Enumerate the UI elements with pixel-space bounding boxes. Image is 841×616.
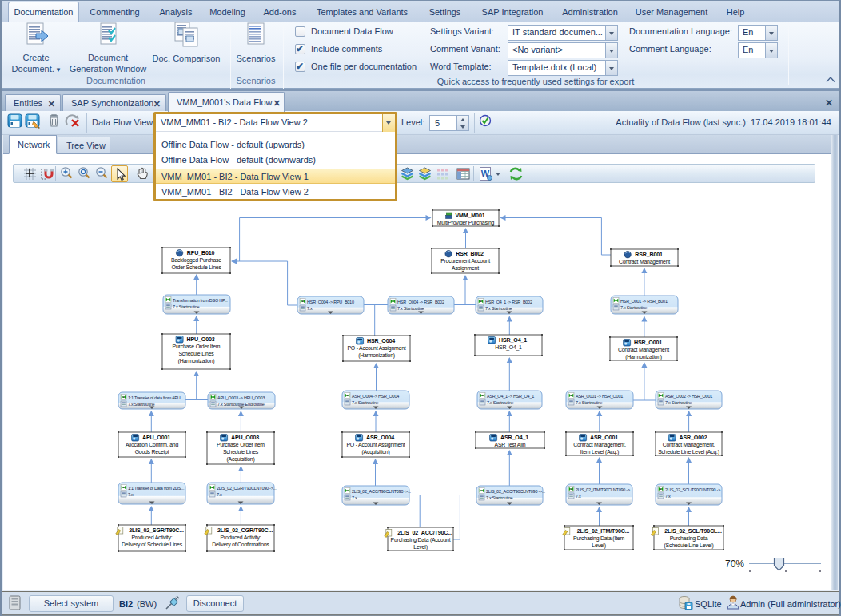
- svg-text:HSR_O001: HSR_O001: [634, 340, 662, 346]
- svg-text:Item Level (Acq.): Item Level (Acq.): [580, 449, 619, 455]
- svg-text:ASR_O002: ASR_O002: [679, 435, 707, 441]
- svg-text:7.x Startroutine: 7.x Startroutine: [665, 400, 692, 405]
- svg-text:2LIS_02_ITM/T90C...: 2LIS_02_ITM/T90C...: [577, 528, 630, 535]
- svg-text:HSR_O4_1: HSR_O4_1: [499, 337, 527, 344]
- svg-text:Level): Level): [413, 544, 427, 550]
- svg-text:HSR_O4_1: HSR_O4_1: [495, 344, 522, 351]
- svg-text:2LIS_02_SCL/T90CLNT090 ->...: 2LIS_02_SCL/T90CLNT090 ->...: [665, 487, 724, 492]
- svg-text:ASR_O002 -> HSR_O001: ASR_O002 -> HSR_O001: [665, 394, 712, 399]
- svg-text:(Harmonization): (Harmonization): [625, 354, 662, 360]
- svg-text:7.x: 7.x: [128, 492, 134, 497]
- svg-text:PO - Account Assignment: PO - Account Assignment: [347, 345, 405, 352]
- svg-text:1:1 Transfer of data from APU.: 1:1 Transfer of data from APU...: [128, 395, 184, 400]
- svg-text:2LIS_02_SCL/T90CL...: 2LIS_02_SCL/T90CL...: [664, 528, 722, 535]
- svg-text:2LIS_02_ACC/T90CLNT090 ->...: 2LIS_02_ACC/T90CLNT090 ->...: [352, 489, 412, 494]
- svg-text:VMM_M001: VMM_M001: [455, 213, 484, 219]
- svg-text:HSR_O004 -> RSR_B002: HSR_O004 -> RSR_B002: [397, 300, 444, 304]
- svg-text:Backlogged Purchase: Backlogged Purchase: [171, 257, 221, 264]
- svg-text:Schedule Lines: Schedule Lines: [178, 351, 214, 356]
- svg-text:2LIS_02_ITM/T90CLNT090 ->...: 2LIS_02_ITM/T90CLNT090 ->...: [576, 487, 633, 492]
- svg-text:APU_O001: APU_O001: [142, 435, 170, 441]
- svg-text:7.x: 7.x: [307, 306, 313, 311]
- svg-text:7.x: 7.x: [352, 495, 357, 500]
- svg-text:ASR_O001 -> HSR_O001: ASR_O001 -> HSR_O001: [576, 394, 623, 399]
- svg-text:HPU_O003: HPU_O003: [186, 336, 214, 343]
- svg-text:7.x Startroutine: 7.x Startroutine: [352, 400, 378, 405]
- svg-text:ASR Test Alin: ASR Test Alin: [495, 442, 526, 447]
- svg-text:(Acquisition): (Acquisition): [226, 456, 254, 463]
- svg-text:Purchasing Data (Account: Purchasing Data (Account: [391, 537, 451, 543]
- svg-text:7.x Startroutine: 7.x Startroutine: [620, 305, 647, 310]
- svg-text:RPU_B010: RPU_B010: [187, 250, 215, 256]
- svg-text:ASR_O4_1: ASR_O4_1: [500, 435, 528, 441]
- svg-text:2LIS_02_ACC/T90CLNT090 ->...: 2LIS_02_ACC/T90CLNT090 ->...: [486, 489, 546, 494]
- svg-text:7.x Startroutine Endroutine: 7.x Startroutine Endroutine: [217, 402, 265, 407]
- svg-text:ASR_O001: ASR_O001: [590, 435, 618, 441]
- svg-text:Order Schedule Lines: Order Schedule Lines: [171, 264, 221, 270]
- svg-text:Contract Management,: Contract Management,: [573, 442, 626, 448]
- svg-text:2LIS_02_ACC/T90C...: 2LIS_02_ACC/T90C...: [397, 530, 452, 536]
- svg-text:(Harmonization): (Harmonization): [358, 352, 395, 359]
- svg-text:Contract Management: Contract Management: [618, 347, 669, 353]
- svg-text:ASR_O004 -> HSR_O004: ASR_O004 -> HSR_O004: [352, 394, 399, 399]
- svg-text:Level): Level): [592, 542, 605, 549]
- svg-text:(Schedule Line Level): (Schedule Line Level): [664, 542, 713, 549]
- svg-text:7.x: 7.x: [217, 492, 222, 497]
- svg-text:Purchasing Data: Purchasing Data: [670, 535, 708, 542]
- svg-text:7.x Startroutine: 7.x Startroutine: [576, 400, 602, 405]
- svg-text:Produced Activity:: Produced Activity:: [221, 535, 261, 541]
- svg-text:Allocation Confirm. and: Allocation Confirm. and: [126, 442, 179, 447]
- svg-text:7.x Startroutine: 7.x Startroutine: [397, 306, 424, 311]
- svg-text:HSR_O004 -> RPU_B010: HSR_O004 -> RPU_B010: [307, 300, 354, 304]
- svg-text:Purchase Order Item: Purchase Order Item: [217, 442, 265, 447]
- svg-text:ASR_O004: ASR_O004: [366, 435, 394, 441]
- svg-text:7.x Startroutine: 7.x Startroutine: [486, 495, 512, 500]
- svg-text:Schedule Lines: Schedule Lines: [223, 449, 259, 455]
- svg-text:2LIS_02_CGR/T90C...: 2LIS_02_CGR/T90C...: [217, 527, 273, 534]
- svg-text:7.x: 7.x: [665, 494, 671, 499]
- svg-text:APU_O003 -> HPU_O003: APU_O003 -> HPU_O003: [217, 395, 265, 400]
- svg-text:HSR_O004: HSR_O004: [367, 338, 395, 344]
- svg-text:(Acquisition): (Acquisition): [361, 449, 389, 455]
- svg-text:Delivery of Schedule Lines: Delivery of Schedule Lines: [122, 542, 183, 548]
- svg-text:7.x: 7.x: [576, 494, 581, 499]
- svg-text:7.x Startroutine: 7.x Startroutine: [487, 400, 513, 405]
- svg-text:7.x Startroutine: 7.x Startroutine: [485, 306, 512, 311]
- svg-text:Purchase Order Item: Purchase Order Item: [173, 344, 221, 349]
- svg-text:7.x Startroutine: 7.x Startroutine: [128, 402, 154, 407]
- svg-text:MultiProvider Purchasing: MultiProvider Purchasing: [437, 220, 495, 226]
- svg-text:Purchasing Data (Item: Purchasing Data (Item: [573, 535, 624, 542]
- svg-text:Assignment: Assignment: [452, 265, 479, 272]
- svg-text:Contract Management: Contract Management: [619, 259, 670, 265]
- svg-text:HSR_O4_1 -> RSR_B002: HSR_O4_1 -> RSR_B002: [485, 300, 532, 304]
- svg-text:ASR_O4_1 -> HSR_O4_1: ASR_O4_1 -> HSR_O4_1: [487, 394, 534, 399]
- svg-text:7.x Startroutine: 7.x Startroutine: [173, 304, 199, 309]
- svg-text:(Harmonization): (Harmonization): [178, 358, 215, 364]
- svg-text:PO - Account Assignment: PO - Account Assignment: [346, 442, 405, 448]
- svg-text:Produced Activity:: Produced Activity:: [132, 535, 173, 541]
- svg-text:Procurement Account: Procurement Account: [440, 258, 490, 264]
- svg-text:RSR_B002: RSR_B002: [456, 251, 484, 257]
- svg-text:2LIS_02_CGR/T90CLNT090 ->...: 2LIS_02_CGR/T90CLNT090 ->...: [217, 486, 277, 491]
- svg-text:APU_O003: APU_O003: [231, 435, 259, 441]
- svg-text:Schedule Line Level (Acq.): Schedule Line Level (Acq.): [658, 449, 719, 455]
- svg-text:1:1 Transfer of Data from 2LIS: 1:1 Transfer of Data from 2LIS...: [128, 486, 185, 491]
- svg-text:Delivery of Confirmations: Delivery of Confirmations: [212, 542, 269, 548]
- svg-text:HSR_O001 -> RSR_B001: HSR_O001 -> RSR_B001: [620, 299, 668, 304]
- svg-text:Goods Receipt: Goods Receipt: [135, 449, 169, 455]
- svg-text:Contract Management,: Contract Management,: [663, 442, 715, 448]
- svg-text:2LIS_02_SGR/T90C...: 2LIS_02_SGR/T90C...: [129, 527, 184, 534]
- svg-text:Transformation from DSO HP...: Transformation from DSO HP...: [173, 298, 228, 303]
- svg-text:RSR_B001: RSR_B001: [635, 252, 663, 258]
